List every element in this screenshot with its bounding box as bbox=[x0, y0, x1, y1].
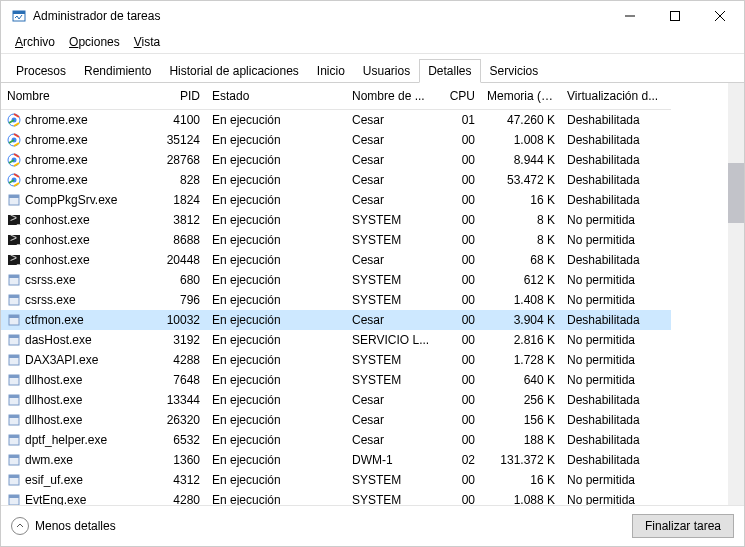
user-cell: SYSTEM bbox=[346, 370, 441, 390]
process-name-cell[interactable]: chrome.exe bbox=[1, 170, 151, 190]
process-name-cell[interactable]: >_conhost.exe bbox=[1, 230, 151, 250]
column-header[interactable]: CPU bbox=[441, 83, 481, 110]
svg-rect-35 bbox=[9, 395, 19, 398]
state-cell: En ejecución bbox=[206, 230, 346, 250]
fewer-details-toggle[interactable]: Menos detalles bbox=[11, 517, 116, 535]
state-cell: En ejecución bbox=[206, 130, 346, 150]
virtualization-cell: No permitida bbox=[561, 350, 671, 370]
virtualization-cell: Deshabilitada bbox=[561, 170, 671, 190]
cpu-cell: 00 bbox=[441, 490, 481, 505]
user-cell: SERVICIO L... bbox=[346, 330, 441, 350]
memory-cell: 612 K bbox=[481, 270, 561, 290]
state-cell: En ejecución bbox=[206, 310, 346, 330]
svg-rect-31 bbox=[9, 355, 19, 358]
svg-rect-41 bbox=[9, 455, 19, 458]
svg-rect-39 bbox=[9, 435, 19, 438]
tab-historial-de-aplicaciones[interactable]: Historial de aplicaciones bbox=[160, 59, 307, 83]
titlebar: Administrador de tareas bbox=[1, 1, 744, 31]
svg-rect-27 bbox=[9, 315, 19, 318]
user-cell: DWM-1 bbox=[346, 450, 441, 470]
user-cell: SYSTEM bbox=[346, 210, 441, 230]
user-cell: Cesar bbox=[346, 430, 441, 450]
process-name-cell[interactable]: dllhost.exe bbox=[1, 390, 151, 410]
process-name-cell[interactable]: csrss.exe bbox=[1, 270, 151, 290]
state-cell: En ejecución bbox=[206, 410, 346, 430]
app-icon bbox=[7, 293, 21, 307]
pid-cell: 20448 bbox=[151, 250, 206, 270]
state-cell: En ejecución bbox=[206, 450, 346, 470]
memory-cell: 16 K bbox=[481, 190, 561, 210]
virtualization-cell: Deshabilitada bbox=[561, 430, 671, 450]
memory-cell: 68 K bbox=[481, 250, 561, 270]
user-cell: Cesar bbox=[346, 390, 441, 410]
user-cell: Cesar bbox=[346, 190, 441, 210]
pid-cell: 28768 bbox=[151, 150, 206, 170]
pid-cell: 35124 bbox=[151, 130, 206, 150]
menu-item-opciones[interactable]: Opciones bbox=[63, 33, 126, 51]
cpu-cell: 00 bbox=[441, 310, 481, 330]
svg-text:>_: >_ bbox=[10, 213, 21, 225]
process-name-cell[interactable]: CompPkgSrv.exe bbox=[1, 190, 151, 210]
process-name-cell[interactable]: chrome.exe bbox=[1, 130, 151, 150]
state-cell: En ejecución bbox=[206, 270, 346, 290]
state-cell: En ejecución bbox=[206, 290, 346, 310]
cpu-cell: 00 bbox=[441, 330, 481, 350]
process-name-cell[interactable]: dwm.exe bbox=[1, 450, 151, 470]
process-name-cell[interactable]: chrome.exe bbox=[1, 150, 151, 170]
process-name-cell[interactable]: ctfmon.exe bbox=[1, 310, 151, 330]
user-cell: Cesar bbox=[346, 150, 441, 170]
column-header[interactable]: Memoria (e... bbox=[481, 83, 561, 110]
state-cell: En ejecución bbox=[206, 490, 346, 505]
process-name-cell[interactable]: dasHost.exe bbox=[1, 330, 151, 350]
scrollbar-thumb[interactable] bbox=[728, 163, 744, 223]
process-name-cell[interactable]: esif_uf.exe bbox=[1, 470, 151, 490]
tab-inicio[interactable]: Inicio bbox=[308, 59, 354, 83]
svg-text:>_: >_ bbox=[10, 233, 21, 245]
memory-cell: 3.904 K bbox=[481, 310, 561, 330]
memory-cell: 1.088 K bbox=[481, 490, 561, 505]
process-name-cell[interactable]: chrome.exe bbox=[1, 110, 151, 130]
menu-item-archivo[interactable]: Archivo bbox=[9, 33, 61, 51]
memory-cell: 8 K bbox=[481, 230, 561, 250]
app-icon bbox=[7, 313, 21, 327]
tab-procesos[interactable]: Procesos bbox=[7, 59, 75, 83]
virtualization-cell: No permitida bbox=[561, 290, 671, 310]
close-button[interactable] bbox=[697, 1, 742, 31]
tab-detalles[interactable]: Detalles bbox=[419, 59, 480, 83]
process-name-cell[interactable]: dllhost.exe bbox=[1, 410, 151, 430]
user-cell: Cesar bbox=[346, 250, 441, 270]
window-title: Administrador de tareas bbox=[33, 9, 607, 23]
svg-rect-15 bbox=[9, 195, 19, 198]
cpu-cell: 00 bbox=[441, 270, 481, 290]
minimize-button[interactable] bbox=[607, 1, 652, 31]
process-name-cell[interactable]: >_conhost.exe bbox=[1, 250, 151, 270]
column-header[interactable]: Estado bbox=[206, 83, 346, 110]
column-header[interactable]: Virtualización d... bbox=[561, 83, 671, 110]
process-name-cell[interactable]: dptf_helper.exe bbox=[1, 430, 151, 450]
virtualization-cell: Deshabilitada bbox=[561, 310, 671, 330]
app-icon bbox=[7, 473, 21, 487]
pid-cell: 10032 bbox=[151, 310, 206, 330]
menu-item-vista[interactable]: Vista bbox=[128, 33, 166, 51]
end-task-button[interactable]: Finalizar tarea bbox=[632, 514, 734, 538]
process-name-cell[interactable]: EvtEng.exe bbox=[1, 490, 151, 505]
app-icon bbox=[7, 493, 21, 505]
process-name-cell[interactable]: >_conhost.exe bbox=[1, 210, 151, 230]
column-header[interactable]: Nombre bbox=[1, 83, 151, 110]
cpu-cell: 00 bbox=[441, 290, 481, 310]
tab-rendimiento[interactable]: Rendimiento bbox=[75, 59, 160, 83]
maximize-button[interactable] bbox=[652, 1, 697, 31]
scrollbar-track[interactable] bbox=[728, 83, 744, 505]
memory-cell: 1.728 K bbox=[481, 350, 561, 370]
virtualization-cell: No permitida bbox=[561, 490, 671, 505]
virtualization-cell: Deshabilitada bbox=[561, 390, 671, 410]
state-cell: En ejecución bbox=[206, 390, 346, 410]
column-header[interactable]: Nombre de ... bbox=[346, 83, 441, 110]
pid-cell: 3812 bbox=[151, 210, 206, 230]
process-name-cell[interactable]: csrss.exe bbox=[1, 290, 151, 310]
process-name-cell[interactable]: DAX3API.exe bbox=[1, 350, 151, 370]
process-name-cell[interactable]: dllhost.exe bbox=[1, 370, 151, 390]
tab-servicios[interactable]: Servicios bbox=[481, 59, 548, 83]
column-header[interactable]: PID bbox=[151, 83, 206, 110]
tab-usuarios[interactable]: Usuarios bbox=[354, 59, 419, 83]
